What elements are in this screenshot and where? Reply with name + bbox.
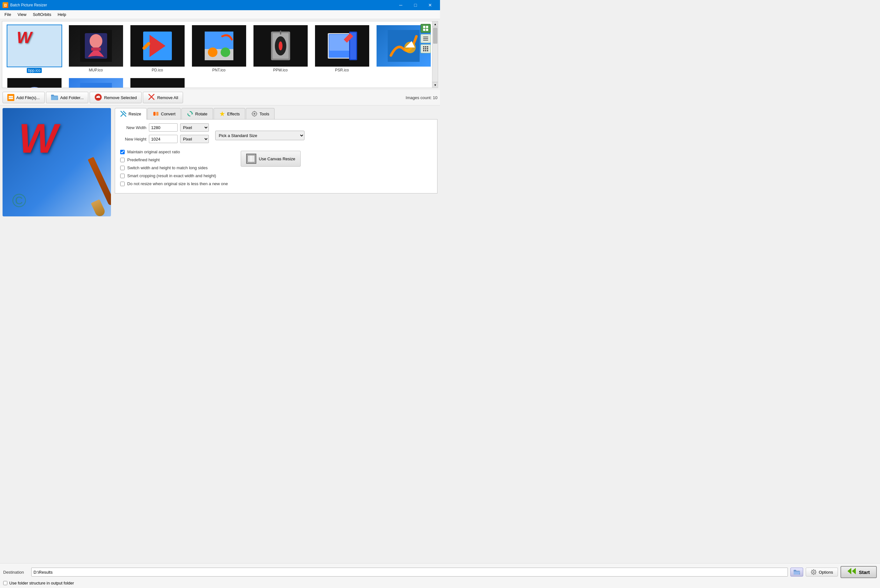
width-input[interactable]	[149, 123, 177, 132]
svg-rect-52	[423, 50, 424, 51]
svg-rect-48	[427, 46, 428, 48]
psr-svg	[326, 30, 358, 62]
gallery-thumb-ppw	[254, 25, 308, 67]
large-icon-svg	[423, 26, 428, 31]
tools-tab-icon	[251, 111, 258, 117]
title-bar-left: 🖼 Batch Picture Resizer	[3, 2, 47, 8]
gallery-thumb-row2c	[69, 78, 123, 88]
standard-size-select[interactable]: Pick a Standard Size	[215, 130, 305, 140]
scroll-up-arrow[interactable]: ▲	[432, 21, 438, 27]
switch-wh-row: Switch width and height to match long si…	[118, 165, 228, 170]
new-width-label: New Width	[118, 125, 146, 130]
view-list-button[interactable]	[420, 34, 431, 43]
gallery-panel: W bpp.ico MUP.ico	[2, 21, 438, 88]
tab-rotate[interactable]: Rotate	[182, 108, 213, 119]
main-content: W © Resize Convert Rotate Effects	[0, 105, 440, 216]
svg-rect-46	[423, 46, 424, 48]
view-large-icon-button[interactable]	[420, 24, 431, 33]
gallery-item-row2d[interactable]	[128, 77, 187, 88]
menu-view[interactable]: View	[14, 11, 30, 18]
gallery-item-row2c[interactable]	[66, 77, 125, 88]
minimize-button[interactable]: ─	[393, 0, 408, 10]
close-button[interactable]: ✕	[423, 0, 437, 10]
no-resize-label[interactable]: Do not resize when original size is less…	[127, 182, 228, 186]
pnt-svg	[203, 30, 235, 62]
svg-rect-34	[86, 88, 105, 88]
gallery-thumb-pd	[131, 25, 185, 67]
svg-rect-56	[9, 98, 13, 99]
menu-file[interactable]: File	[1, 11, 14, 18]
view-grid-button[interactable]	[420, 44, 431, 53]
resize-form-layout: New Width Pixel Percent Inch Cm New Heig…	[118, 123, 435, 146]
images-count: Images count: 10	[405, 95, 437, 100]
canvas-resize-button[interactable]: Use Canvas Resize	[241, 151, 301, 166]
svg-point-2	[90, 34, 102, 48]
tab-tools[interactable]: Tools	[246, 108, 275, 119]
remove-selected-button[interactable]: Remove Selected	[90, 92, 141, 103]
grid-icon-svg	[423, 46, 428, 52]
switch-wh-label[interactable]: Switch width and height to match long si…	[127, 165, 207, 170]
logo-area: W ©	[3, 108, 111, 216]
svg-rect-44	[423, 38, 428, 39]
app-title: Batch Picture Resizer	[10, 3, 47, 8]
pd-svg	[141, 30, 173, 62]
gallery-item-psr[interactable]: PSR.ico	[312, 24, 371, 74]
switch-wh-checkbox[interactable]	[120, 166, 125, 170]
brush-handle	[88, 157, 111, 206]
svg-rect-43	[423, 37, 428, 37]
height-row: New Height Pixel Percent Inch Cm	[118, 135, 209, 143]
gallery-item-ppw[interactable]: PPW.ico	[251, 24, 310, 74]
tab-effects[interactable]: Effects	[214, 108, 245, 119]
gallery-item-pnt[interactable]: PNT.ico	[189, 24, 248, 74]
tab-convert[interactable]: Convert	[147, 108, 181, 119]
svg-rect-42	[426, 28, 428, 31]
height-input[interactable]	[149, 135, 177, 143]
maintain-aspect-label[interactable]: Maintain original aspect ratio	[127, 150, 180, 154]
remove-all-button[interactable]: Remove All	[143, 92, 183, 103]
gallery-item-bpp[interactable]: W bpp.ico	[5, 24, 64, 74]
gallery-label-pd: PD.ico	[152, 68, 163, 72]
gallery-scroll: W bpp.ico MUP.ico	[2, 21, 438, 88]
no-resize-checkbox[interactable]	[120, 182, 125, 186]
add-files-label: Add File(s)...	[16, 95, 40, 100]
svg-rect-74	[248, 155, 255, 162]
add-folder-button[interactable]: Add Folder...	[46, 92, 89, 103]
remove-all-icon	[148, 93, 155, 102]
predefined-height-label[interactable]: Predefined height	[127, 158, 160, 162]
tab-convert-label: Convert	[161, 111, 176, 116]
predefined-height-checkbox[interactable]	[120, 158, 125, 162]
tab-resize[interactable]: Resize	[115, 108, 147, 120]
standard-size-col: Pick a Standard Size	[215, 123, 305, 146]
svg-rect-18	[280, 31, 281, 34]
smart-crop-label[interactable]: Smart cropping (result in exact width an…	[127, 173, 216, 178]
add-files-button[interactable]: Add File(s)...	[3, 92, 45, 103]
gallery-thumb-pnt	[192, 25, 246, 67]
svg-rect-47	[425, 46, 426, 48]
no-resize-row: Do not resize when original size is less…	[118, 182, 228, 186]
svg-rect-58	[9, 97, 13, 98]
resize-inputs-col: New Width Pixel Percent Inch Cm New Heig…	[118, 123, 209, 146]
gallery-item-pd[interactable]: PD.ico	[128, 24, 187, 74]
scroll-down-arrow[interactable]: ▼	[432, 82, 438, 88]
checkboxes-layout: Maintain original aspect ratio Predefine…	[118, 150, 435, 189]
checkboxes-left: Maintain original aspect ratio Predefine…	[118, 150, 228, 189]
svg-point-11	[208, 48, 218, 57]
height-unit-select[interactable]: Pixel Percent Inch Cm	[180, 135, 209, 143]
svg-rect-45	[423, 40, 428, 40]
width-unit-select[interactable]: Pixel Percent Inch Cm	[180, 123, 209, 132]
menu-help[interactable]: Help	[54, 11, 69, 18]
menu-softorbits[interactable]: SoftOrbits	[30, 11, 54, 18]
svg-rect-51	[427, 48, 428, 50]
maximize-button[interactable]: □	[408, 0, 423, 10]
scroll-thumb[interactable]	[433, 28, 437, 44]
resize-tab-icon	[120, 111, 126, 117]
maintain-aspect-checkbox[interactable]	[120, 150, 125, 154]
logo-w-letter: W	[18, 114, 58, 162]
row2a-svg	[388, 30, 420, 62]
gallery-item-row2b[interactable]	[5, 77, 64, 88]
tab-rotate-label: Rotate	[195, 111, 207, 116]
smart-crop-checkbox[interactable]	[120, 174, 125, 178]
gallery-item-mup[interactable]: MUP.ico	[66, 24, 125, 74]
tabs-row: Resize Convert Rotate Effects Tools	[115, 108, 437, 120]
svg-point-28	[23, 88, 46, 88]
